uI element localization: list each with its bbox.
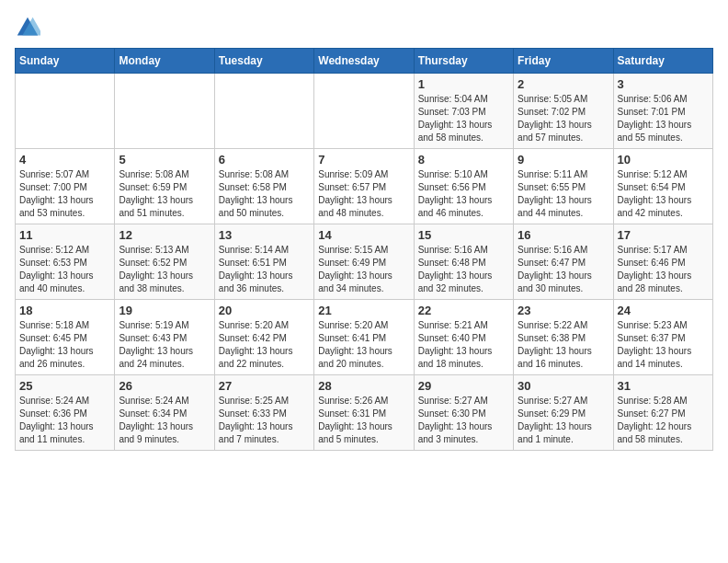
day-number: 20: [219, 304, 310, 317]
day-number: 31: [618, 379, 709, 393]
day-number: 12: [119, 228, 210, 242]
day-info: Sunrise: 5:18 AM Sunset: 6:45 PM Dayligh…: [19, 319, 110, 371]
day-info: Sunrise: 5:16 AM Sunset: 6:47 PM Dayligh…: [518, 244, 609, 295]
day-info: Sunrise: 5:15 AM Sunset: 6:49 PM Dayligh…: [318, 244, 409, 295]
calendar-cell: 5Sunrise: 5:08 AM Sunset: 6:59 PM Daylig…: [115, 149, 214, 224]
calendar-cell: 4Sunrise: 5:07 AM Sunset: 7:00 PM Daylig…: [16, 149, 115, 224]
weekday-header-monday: Monday: [115, 49, 214, 74]
day-info: Sunrise: 5:23 AM Sunset: 6:37 PM Dayligh…: [618, 319, 709, 371]
calendar-cell: 11Sunrise: 5:12 AM Sunset: 6:53 PM Dayli…: [16, 224, 115, 300]
calendar-cell: 25Sunrise: 5:24 AM Sunset: 6:36 PM Dayli…: [16, 375, 115, 451]
calendar-cell: [16, 74, 115, 149]
calendar-cell: 16Sunrise: 5:16 AM Sunset: 6:47 PM Dayli…: [514, 224, 613, 300]
day-info: Sunrise: 5:27 AM Sunset: 6:30 PM Dayligh…: [418, 395, 509, 446]
day-info: Sunrise: 5:22 AM Sunset: 6:38 PM Dayligh…: [518, 319, 609, 371]
calendar-body: 1Sunrise: 5:04 AM Sunset: 7:03 PM Daylig…: [16, 74, 713, 451]
day-info: Sunrise: 5:24 AM Sunset: 6:34 PM Dayligh…: [119, 395, 210, 446]
calendar-cell: 22Sunrise: 5:21 AM Sunset: 6:40 PM Dayli…: [414, 300, 513, 375]
calendar-cell: 9Sunrise: 5:11 AM Sunset: 6:55 PM Daylig…: [514, 149, 613, 224]
calendar-cell: 20Sunrise: 5:20 AM Sunset: 6:42 PM Dayli…: [214, 300, 313, 375]
calendar-cell: 28Sunrise: 5:26 AM Sunset: 6:31 PM Dayli…: [314, 375, 414, 451]
day-number: 6: [219, 153, 310, 167]
day-info: Sunrise: 5:10 AM Sunset: 6:56 PM Dayligh…: [418, 168, 509, 220]
calendar-cell: 31Sunrise: 5:28 AM Sunset: 6:27 PM Dayli…: [613, 375, 712, 451]
day-number: 5: [119, 153, 210, 167]
calendar-cell: 14Sunrise: 5:15 AM Sunset: 6:49 PM Dayli…: [314, 224, 414, 300]
weekday-header-tuesday: Tuesday: [214, 49, 313, 74]
calendar-cell: 19Sunrise: 5:19 AM Sunset: 6:43 PM Dayli…: [115, 300, 214, 375]
day-number: 2: [518, 77, 609, 91]
day-info: Sunrise: 5:27 AM Sunset: 6:29 PM Dayligh…: [518, 395, 609, 446]
day-info: Sunrise: 5:20 AM Sunset: 6:41 PM Dayligh…: [318, 319, 409, 371]
day-number: 30: [518, 379, 609, 393]
weekday-header-saturday: Saturday: [613, 49, 712, 74]
day-number: 7: [318, 153, 409, 167]
day-info: Sunrise: 5:14 AM Sunset: 6:51 PM Dayligh…: [219, 244, 310, 295]
weekday-header-wednesday: Wednesday: [314, 49, 414, 74]
day-info: Sunrise: 5:11 AM Sunset: 6:55 PM Dayligh…: [518, 168, 609, 220]
day-number: 11: [19, 228, 110, 242]
day-number: 18: [19, 304, 110, 317]
day-info: Sunrise: 5:24 AM Sunset: 6:36 PM Dayligh…: [19, 395, 110, 446]
calendar-cell: 2Sunrise: 5:05 AM Sunset: 7:02 PM Daylig…: [514, 74, 613, 149]
day-number: 17: [618, 228, 709, 242]
day-info: Sunrise: 5:12 AM Sunset: 6:54 PM Dayligh…: [618, 168, 709, 220]
day-info: Sunrise: 5:20 AM Sunset: 6:42 PM Dayligh…: [219, 319, 310, 371]
day-number: 3: [618, 77, 709, 91]
day-info: Sunrise: 5:08 AM Sunset: 6:58 PM Dayligh…: [219, 168, 310, 220]
day-number: 19: [119, 304, 210, 317]
day-info: Sunrise: 5:12 AM Sunset: 6:53 PM Dayligh…: [19, 244, 110, 295]
calendar-table: SundayMondayTuesdayWednesdayThursdayFrid…: [15, 48, 713, 451]
day-number: 23: [518, 304, 609, 317]
calendar-cell: [115, 74, 214, 149]
calendar-cell: 6Sunrise: 5:08 AM Sunset: 6:58 PM Daylig…: [214, 149, 313, 224]
calendar-cell: 8Sunrise: 5:10 AM Sunset: 6:56 PM Daylig…: [414, 149, 513, 224]
day-number: 9: [518, 153, 609, 167]
calendar-week-row: 25Sunrise: 5:24 AM Sunset: 6:36 PM Dayli…: [16, 375, 713, 451]
day-number: 21: [318, 304, 409, 317]
day-info: Sunrise: 5:06 AM Sunset: 7:01 PM Dayligh…: [618, 93, 709, 144]
calendar-week-row: 4Sunrise: 5:07 AM Sunset: 7:00 PM Daylig…: [16, 149, 713, 224]
day-number: 24: [618, 304, 709, 317]
day-info: Sunrise: 5:26 AM Sunset: 6:31 PM Dayligh…: [318, 395, 409, 446]
day-number: 25: [19, 379, 110, 393]
calendar-cell: 3Sunrise: 5:06 AM Sunset: 7:01 PM Daylig…: [613, 74, 712, 149]
day-info: Sunrise: 5:13 AM Sunset: 6:52 PM Dayligh…: [119, 244, 210, 295]
weekday-header-row: SundayMondayTuesdayWednesdayThursdayFrid…: [16, 49, 713, 74]
day-number: 26: [119, 379, 210, 393]
calendar-cell: 18Sunrise: 5:18 AM Sunset: 6:45 PM Dayli…: [16, 300, 115, 375]
day-number: 29: [418, 379, 509, 393]
day-number: 16: [518, 228, 609, 242]
day-info: Sunrise: 5:17 AM Sunset: 6:46 PM Dayligh…: [618, 244, 709, 295]
day-info: Sunrise: 5:19 AM Sunset: 6:43 PM Dayligh…: [119, 319, 210, 371]
day-number: 15: [418, 228, 509, 242]
day-info: Sunrise: 5:08 AM Sunset: 6:59 PM Dayligh…: [119, 168, 210, 220]
logo-icon: [15, 15, 40, 40]
weekday-header-thursday: Thursday: [414, 49, 513, 74]
calendar-cell: 10Sunrise: 5:12 AM Sunset: 6:54 PM Dayli…: [613, 149, 712, 224]
day-number: 22: [418, 304, 509, 317]
day-number: 8: [418, 153, 509, 167]
calendar-cell: 12Sunrise: 5:13 AM Sunset: 6:52 PM Dayli…: [115, 224, 214, 300]
header: [15, 15, 713, 40]
calendar-cell: [314, 74, 414, 149]
calendar-cell: 17Sunrise: 5:17 AM Sunset: 6:46 PM Dayli…: [613, 224, 712, 300]
day-number: 10: [618, 153, 709, 167]
calendar-week-row: 18Sunrise: 5:18 AM Sunset: 6:45 PM Dayli…: [16, 300, 713, 375]
calendar-cell: 26Sunrise: 5:24 AM Sunset: 6:34 PM Dayli…: [115, 375, 214, 451]
day-info: Sunrise: 5:09 AM Sunset: 6:57 PM Dayligh…: [318, 168, 409, 220]
day-number: 1: [418, 77, 509, 91]
calendar-cell: 21Sunrise: 5:20 AM Sunset: 6:41 PM Dayli…: [314, 300, 414, 375]
day-info: Sunrise: 5:25 AM Sunset: 6:33 PM Dayligh…: [219, 395, 310, 446]
day-number: 4: [19, 153, 110, 167]
weekday-header-sunday: Sunday: [16, 49, 115, 74]
logo: [15, 15, 44, 40]
calendar-header: SundayMondayTuesdayWednesdayThursdayFrid…: [16, 49, 713, 74]
calendar-cell: 29Sunrise: 5:27 AM Sunset: 6:30 PM Dayli…: [414, 375, 513, 451]
calendar-cell: 13Sunrise: 5:14 AM Sunset: 6:51 PM Dayli…: [214, 224, 313, 300]
calendar-cell: 7Sunrise: 5:09 AM Sunset: 6:57 PM Daylig…: [314, 149, 414, 224]
day-info: Sunrise: 5:04 AM Sunset: 7:03 PM Dayligh…: [418, 93, 509, 144]
calendar-cell: 27Sunrise: 5:25 AM Sunset: 6:33 PM Dayli…: [214, 375, 313, 451]
day-number: 27: [219, 379, 310, 393]
calendar-cell: 1Sunrise: 5:04 AM Sunset: 7:03 PM Daylig…: [414, 74, 513, 149]
